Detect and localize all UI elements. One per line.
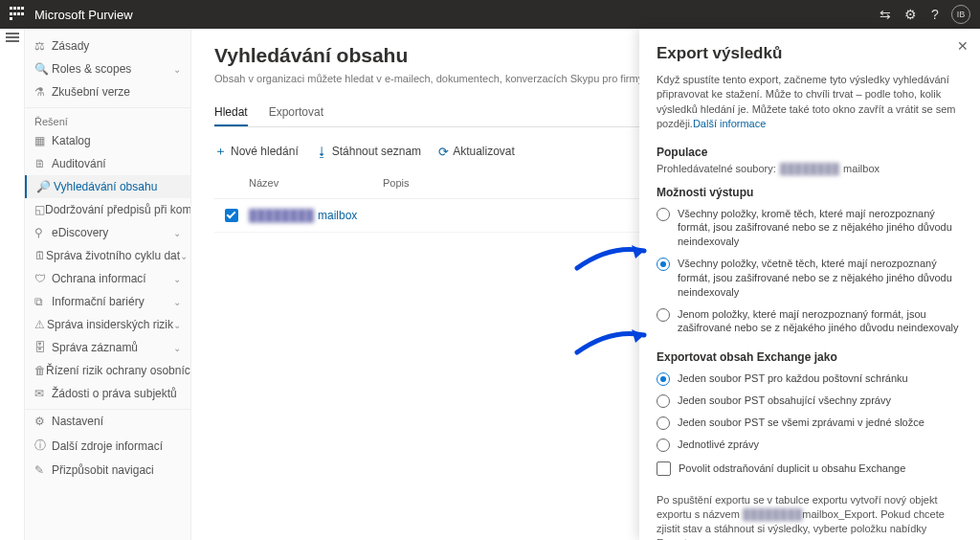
download-list-button[interactable]: ⭳Stáhnout seznam [316, 143, 421, 160]
chevron-down-icon: ⌄ [173, 64, 181, 75]
radio-button[interactable] [657, 308, 670, 322]
download-list-label: Stáhnout seznam [332, 145, 421, 158]
row-name-redacted: ████████ [249, 209, 314, 222]
sidebar-item[interactable]: ◱Dodržování předpisů při komuni… [25, 198, 190, 221]
avatar[interactable]: IB [951, 5, 970, 24]
sidebar-item-label: Katalog [52, 134, 91, 147]
refresh-label: Aktualizovat [453, 145, 515, 158]
radio-label: Jednotlivé zprávy [678, 438, 759, 452]
radio-button[interactable] [657, 394, 670, 408]
sidebar-item[interactable]: ⧉Informační bariéry⌄ [25, 290, 190, 313]
sidebar-item-label: Řízení rizik ochrany osobníc… [46, 364, 190, 377]
chevron-down-icon: ⌄ [173, 297, 181, 307]
chevron-down-icon: ⌄ [173, 274, 181, 284]
sidebar-item[interactable]: 🗄Správa záznamů⌄ [25, 336, 190, 359]
refresh-button[interactable]: ⟳Aktualizovat [438, 143, 515, 160]
sidebar-icon: 🗎 [34, 157, 52, 170]
sidebar-item[interactable]: ⚠Správa insiderských rizik⌄ [25, 313, 190, 336]
radio-label: Jeden soubor PST se všemi zprávami v jed… [678, 416, 924, 430]
export-results-panel: ✕ Export výsledků Když spustíte tento ex… [639, 29, 980, 540]
sidebar-item[interactable]: ⚲eDiscovery⌄ [25, 221, 190, 244]
sidebar-item[interactable]: ✉Žádosti o práva subjektů [25, 382, 190, 405]
output-option[interactable]: Všechny položky, kromě těch, které mají … [657, 203, 963, 254]
sidebar-item-label: Správa životního cyklu dat [46, 249, 180, 262]
top-bar: Microsoft Purview ⇆ ⚙ ? IB [0, 0, 980, 29]
sidebar-item-label: eDiscovery [52, 226, 108, 239]
close-icon[interactable]: ✕ [957, 38, 969, 54]
settings-icon[interactable]: ⚙ [898, 7, 923, 22]
plus-icon: ＋ [214, 143, 227, 160]
sidebar-icon: ⧉ [34, 295, 52, 308]
radio-button[interactable] [657, 372, 670, 386]
dedup-row[interactable]: Povolit odstraňování duplicit u obsahu E… [657, 456, 963, 482]
sidebar-item[interactable]: 🗎Auditování [25, 152, 190, 175]
exchange-option[interactable]: Jeden soubor PST obsahující všechny zprá… [657, 390, 963, 412]
sidebar-item[interactable]: 🗑Řízení rizik ochrany osobníc…⌄ [25, 359, 190, 382]
sidebar-item-label: Zkušební verze [52, 85, 130, 99]
panel-title: Export výsledků [657, 44, 963, 63]
sidebar-icon: ⚖ [34, 39, 52, 53]
sidebar-item[interactable]: ✎Přizpůsobit navigaci [25, 459, 190, 482]
sidebar-item[interactable]: 🛡Ochrana informací⌄ [25, 267, 190, 290]
col-name[interactable]: Název [249, 177, 383, 189]
sidebar-item-label: Správa insiderských rizik [47, 318, 173, 331]
tab-search[interactable]: Hledat [214, 101, 248, 126]
download-icon: ⭳ [316, 145, 328, 159]
sidebar-icon: ⚲ [34, 226, 52, 239]
radio-button[interactable] [657, 439, 670, 452]
row-checkbox[interactable] [225, 209, 238, 222]
sidebar-item-label: Správa záznamů [52, 341, 138, 354]
waffle-icon[interactable] [10, 7, 25, 22]
sidebar-item[interactable]: 🗓Správa životního cyklu dat⌄ [25, 244, 190, 267]
new-search-label: Nové hledání [231, 145, 299, 158]
population-label: Populace [657, 146, 963, 159]
output-option[interactable]: Jenom položky, které mají nerozpoznaný f… [657, 304, 963, 340]
dedup-checkbox[interactable] [657, 461, 671, 476]
app-title: Microsoft Purview [34, 8, 133, 22]
sidebar-item-label: Zásady [52, 39, 89, 53]
output-option[interactable]: Všechny položky, včetně těch, které mají… [657, 253, 963, 304]
chevron-down-icon: ⌄ [173, 343, 181, 353]
radio-label: Jeden soubor PST obsahující všechny zprá… [678, 394, 891, 408]
radio-label: Všechny položky, včetně těch, které mají… [678, 257, 963, 300]
sidebar-item[interactable]: ⚖Zásady [25, 34, 190, 57]
radio-button[interactable] [657, 416, 670, 430]
row-name-suffix: mailbox [318, 209, 357, 222]
learn-more-link[interactable]: Další informace [693, 118, 766, 129]
exchange-option[interactable]: Jeden soubor PST se všemi zprávami v jed… [657, 412, 963, 434]
exchange-option[interactable]: Jeden soubor PST pro každou poštovní sch… [657, 368, 963, 390]
sidebar-icon: ⚠ [34, 318, 47, 331]
tab-export[interactable]: Exportovat [269, 101, 323, 126]
sidebar-icon: ✎ [34, 463, 52, 477]
help-icon[interactable]: ? [923, 7, 947, 22]
exchange-option[interactable]: Jednotlivé zprávy [657, 434, 963, 456]
sidebar-item-label: Auditování [52, 157, 106, 170]
sidebar-icon: ▦ [34, 134, 52, 147]
radio-label: Všechny položky, kromě těch, které mají … [678, 207, 963, 250]
sidebar-item[interactable]: 🔎Vyhledávání obsahu [25, 175, 190, 198]
hamburger-icon[interactable] [6, 36, 19, 38]
radio-button[interactable] [657, 208, 670, 221]
sidebar-item-label: Žádosti o práva subjektů [52, 387, 177, 400]
sidebar-item[interactable]: ⚙Nastavení [25, 410, 190, 433]
sidebar-icon: 🔎 [36, 180, 54, 193]
refresh-icon: ⟳ [438, 145, 449, 159]
sidebar-item[interactable]: ⓘDalší zdroje informací [25, 433, 190, 459]
panel-intro: Když spustíte tento export, začneme tyto… [657, 73, 963, 132]
population-value: Prohledávatelné soubory: ████████ mailbo… [657, 163, 963, 174]
sidebar-item[interactable]: ⚗Zkušební verze [25, 80, 190, 103]
sidebar-item-label: Roles & scopes [52, 62, 131, 76]
new-search-button[interactable]: ＋Nové hledání [214, 143, 299, 160]
radio-label: Jeden soubor PST pro každou poštovní sch… [678, 371, 908, 386]
nav-rail [0, 29, 25, 540]
sidebar-item[interactable]: ▦Katalog [25, 129, 190, 152]
sidebar-icon: 🗓 [34, 249, 46, 262]
chevron-down-icon: ⌄ [173, 320, 181, 330]
dedup-label: Povolit odstraňování duplicit u obsahu E… [679, 461, 905, 476]
org-switcher-icon[interactable]: ⇆ [873, 7, 898, 22]
radio-button[interactable] [657, 258, 670, 271]
output-options-label: Možnosti výstupu [657, 186, 963, 199]
sidebar-item-label: Přizpůsobit navigaci [52, 463, 154, 477]
sidebar-item[interactable]: 🔍Roles & scopes⌄ [25, 57, 190, 80]
sidebar-icon: 🛡 [34, 272, 52, 285]
